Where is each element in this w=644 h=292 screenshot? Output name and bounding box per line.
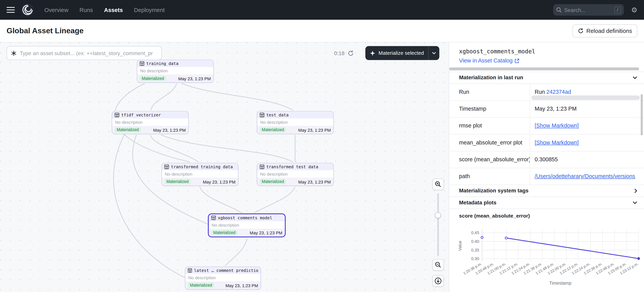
asset-subset-input[interactable]	[20, 50, 158, 56]
metadata-row-timestamp: Timestamp May 23, 1:23 PM	[449, 101, 644, 118]
recenter-button[interactable]	[432, 275, 444, 287]
run-id-link[interactable]: 242374ad	[546, 89, 571, 95]
refresh-timer: 0:18	[334, 46, 354, 60]
svg-text:0.45: 0.45	[471, 230, 479, 235]
node-description: No description	[186, 274, 260, 281]
show-markdown-link[interactable]: [Show Markdown]	[535, 123, 579, 129]
node-timestamp: May 23, 1:23 PM	[203, 179, 236, 184]
nav-item-runs[interactable]: Runs	[80, 7, 93, 13]
zoom-out-button[interactable]	[432, 259, 444, 271]
node-timestamp: May 23, 1:23 PM	[298, 127, 331, 132]
zoom-out-icon	[435, 262, 441, 268]
graph-query-icon	[11, 51, 16, 56]
table-icon	[188, 268, 192, 273]
search-box[interactable]: /	[553, 4, 624, 16]
status-badge: Materialized	[260, 179, 286, 184]
chevron-down-icon	[632, 76, 638, 79]
nav-item-overview[interactable]: Overview	[44, 7, 68, 13]
zoom-in-icon	[435, 181, 441, 188]
sparkle-icon	[370, 51, 375, 56]
metadata-row-run: Run Run 242374ad	[449, 84, 644, 101]
metadata-row-mae-plot: mean_absolute_error plot [Show Markdown]	[449, 134, 644, 151]
asset-node-test-data[interactable]: test_data No description MaterializedMay…	[257, 111, 334, 134]
arrow-down-circle-icon	[434, 277, 442, 284]
cell-horizontal-scrollbar[interactable]	[532, 95, 640, 100]
metadata-row-path: path /Users/odetteharary/Documents/versi…	[449, 168, 644, 185]
view-in-asset-catalog-link[interactable]: View in Asset Catalog	[459, 58, 520, 64]
zoom-slider-track[interactable]	[437, 193, 439, 256]
chevron-down-icon	[432, 52, 436, 54]
svg-text:Timestamp: Timestamp	[549, 280, 572, 285]
svg-text:Value: Value	[458, 240, 462, 251]
menu-icon[interactable]	[6, 7, 15, 13]
metadata-plot: 1:20:36 p.m.1:20:48 p.m.1:21:00 p.m.1:21…	[449, 224, 644, 292]
section-materialization-in-last-run[interactable]: Materialization in last run	[449, 72, 644, 84]
status-badge: Materialized	[164, 179, 191, 184]
status-badge: Materialized	[211, 230, 238, 235]
zoom-in-button[interactable]	[432, 178, 444, 190]
status-badge: Materialized	[188, 282, 214, 288]
table-icon	[260, 165, 264, 169]
asset-node-training-data[interactable]: training_data No description Materialize…	[137, 60, 214, 83]
asset-lineage-graph[interactable]: 0:18 Materialize selected	[0, 42, 449, 292]
metadata-row-rmse-plot: rmse plot [Show Markdown]	[449, 118, 644, 134]
node-description: No description	[137, 67, 214, 75]
timer-value: 0:18	[334, 50, 344, 56]
node-description: No description	[162, 170, 238, 177]
node-timestamp: May 23, 1:23 PM	[250, 230, 282, 235]
page-title: Global Asset Lineage	[6, 26, 84, 35]
chevron-down-icon	[632, 201, 638, 204]
status-badge: Materialized	[140, 76, 166, 81]
node-timestamp: May 23, 1:23 PM	[153, 127, 186, 132]
materialize-button-group: Materialize selected	[365, 46, 440, 60]
section-materialization-system-tags[interactable]: Materialization system tags	[449, 185, 644, 197]
external-link-icon	[514, 58, 520, 63]
node-description: No description	[112, 119, 188, 126]
svg-text:0.40: 0.40	[471, 239, 479, 244]
table-icon	[115, 113, 119, 117]
status-badge: Materialized	[115, 127, 141, 132]
show-markdown-link[interactable]: [Show Markdown]	[535, 139, 579, 146]
zoom-slider-handle[interactable]	[435, 212, 441, 218]
top-nav: Overview Runs Assets Deployment / ⚙	[0, 0, 644, 20]
refresh-icon	[578, 28, 584, 34]
asset-name-title: xgboost_comments_model	[459, 48, 634, 55]
table-icon	[140, 61, 144, 66]
refresh-icon[interactable]	[348, 50, 354, 56]
dagster-logo[interactable]	[20, 3, 34, 17]
asset-filter[interactable]	[6, 46, 162, 60]
asset-node-latest-comment-predictions[interactable]: latest_…_comment_predictions No descript…	[185, 266, 261, 289]
nav-item-assets[interactable]: Assets	[104, 7, 123, 13]
reload-definitions-button[interactable]: Reload definitions	[572, 24, 638, 37]
metadata-row-score: score (mean_absolute_error) 0.300855	[449, 151, 644, 168]
node-timestamp: May 23, 1:23 PM	[226, 283, 258, 288]
asset-node-transformed-test-data[interactable]: transformed_test_data No description Mat…	[257, 163, 334, 186]
chevron-right-icon	[634, 188, 638, 193]
path-link[interactable]: /Users/odetteharary/Documents/versions	[535, 173, 635, 179]
table-icon	[211, 215, 216, 220]
search-shortcut-key: /	[614, 7, 621, 13]
table-icon	[260, 113, 264, 117]
node-timestamp: May 23, 1:23 PM	[178, 76, 211, 81]
settings-gear-icon[interactable]: ⚙	[631, 7, 637, 13]
page-header: Global Asset Lineage Reload definitions	[0, 20, 644, 42]
vertical-scrollbar-thumb[interactable]	[641, 94, 643, 135]
search-icon	[556, 7, 562, 13]
nav-item-deployment[interactable]: Deployment	[134, 7, 165, 13]
horizontal-scrollbar-thumb[interactable]	[449, 68, 639, 70]
node-description: No description	[257, 119, 334, 126]
node-description: No description	[257, 170, 334, 177]
node-description: No description	[209, 221, 285, 229]
search-input[interactable]	[564, 7, 612, 13]
asset-details-panel: xgboost_comments_model View in Asset Cat…	[449, 42, 644, 292]
materialize-options-caret[interactable]	[429, 46, 440, 60]
nav-links: Overview Runs Assets Deployment	[44, 7, 165, 13]
asset-node-xgboost-comments-model[interactable]: xgboost_comments_model No description Ma…	[208, 214, 285, 237]
asset-node-tfidf-vectorizer[interactable]: tfidf_vectorizer No description Material…	[112, 111, 189, 134]
section-metadata-plots[interactable]: Metadata plots	[449, 197, 644, 209]
materialize-selected-button[interactable]: Materialize selected	[365, 46, 428, 60]
score-line-chart: 1:20:36 p.m.1:20:48 p.m.1:21:00 p.m.1:21…	[449, 224, 644, 292]
asset-node-transformed-training-data[interactable]: transformed_training_data No description…	[162, 163, 238, 186]
svg-text:0.30: 0.30	[471, 256, 479, 261]
table-icon	[164, 165, 169, 169]
